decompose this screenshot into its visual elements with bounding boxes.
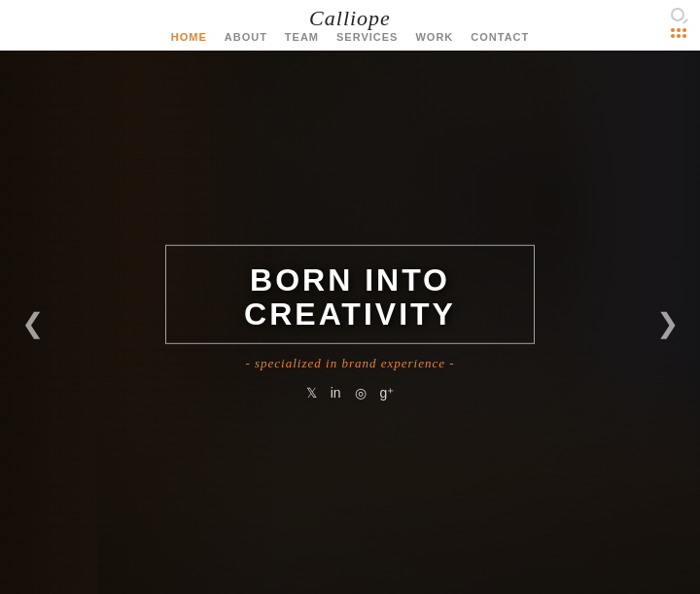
hero-section: ❮ ❯ BORN INTO CREATIVITY - specialized i… <box>0 51 700 594</box>
dot <box>671 28 675 32</box>
nav-contact[interactable]: CONTACT <box>471 31 529 43</box>
twitter-icon[interactable]: 𝕏 <box>306 385 317 401</box>
dot <box>677 28 681 32</box>
hero-subtitle: - specialized in brand experience - <box>165 356 535 371</box>
navigation: HOME ABOUT TEAM SERVICES WORK CONTACT <box>171 31 530 43</box>
next-arrow[interactable]: ❯ <box>643 297 692 348</box>
dot <box>677 34 681 38</box>
dot <box>682 34 686 38</box>
dot <box>671 34 675 38</box>
hero-title-box: BORN INTO CREATIVITY <box>165 244 535 343</box>
menu-dots-icon[interactable] <box>671 28 686 38</box>
logo-area: Calliope <box>309 6 391 31</box>
social-icons-row: 𝕏 in ◎ g⁺ <box>165 385 535 401</box>
nav-home[interactable]: HOME <box>171 31 207 43</box>
search-icon[interactable] <box>671 8 684 21</box>
hero-title: BORN INTO CREATIVITY <box>195 262 505 331</box>
github-icon[interactable]: ◎ <box>355 385 367 401</box>
nav-work[interactable]: WORK <box>415 31 453 43</box>
hero-content: BORN INTO CREATIVITY - specialized in br… <box>165 244 535 400</box>
logo[interactable]: Calliope <box>309 6 391 30</box>
header: Calliope HOME ABOUT TEAM SERVICES WORK C… <box>0 0 700 51</box>
googleplus-icon[interactable]: g⁺ <box>380 385 395 401</box>
nav-services[interactable]: SERVICES <box>336 31 398 43</box>
header-icons <box>671 8 686 38</box>
nav-team[interactable]: TEAM <box>285 31 319 43</box>
dot <box>682 28 686 32</box>
nav-about[interactable]: ABOUT <box>225 31 267 43</box>
prev-arrow[interactable]: ❮ <box>8 297 57 348</box>
linkedin-icon[interactable]: in <box>331 385 341 401</box>
